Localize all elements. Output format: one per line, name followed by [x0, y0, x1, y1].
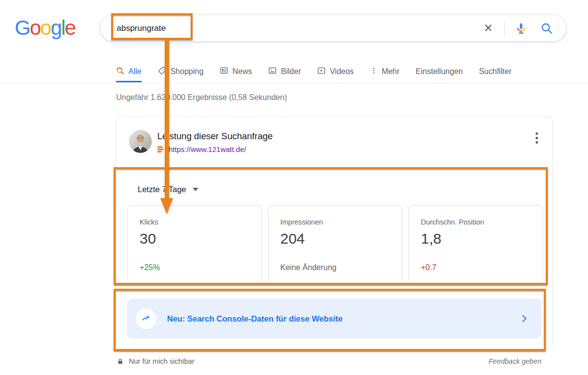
tab-news[interactable]: News: [220, 61, 252, 82]
news-icon: [220, 66, 228, 77]
search-console-banner[interactable]: Neu: Search Console-Daten für diese Webs…: [127, 299, 541, 339]
logo-letter: o: [40, 16, 50, 39]
feedback-link[interactable]: Feedback geben: [489, 357, 541, 365]
metric-delta: Keine Änderung: [280, 263, 337, 272]
colored-search-icon: [116, 67, 124, 77]
tabs-divider: [0, 83, 588, 83]
metric-delta: +0.7: [421, 263, 437, 272]
logo-letter: G: [15, 16, 30, 39]
metrics-row: Klicks 30 +25% Impressionen 204 Keine Än…: [127, 205, 543, 284]
banner-text: Neu: Search Console-Daten für diese Webs…: [167, 314, 343, 324]
tab-einstellungen[interactable]: Einstellungen: [416, 61, 463, 82]
site-url-link[interactable]: https://www.121watt.de/: [169, 145, 246, 153]
tab-label: Videos: [330, 67, 354, 76]
metric-label: Impressionen: [280, 218, 390, 226]
clear-icon[interactable]: ✕: [484, 23, 493, 34]
trending-up-icon: [141, 313, 151, 324]
search-bar-icons: ✕: [484, 22, 566, 35]
search-icon[interactable]: [540, 22, 553, 35]
metric-label: Durchschn. Position: [421, 218, 531, 226]
lock-icon: [117, 358, 124, 365]
metric-card-klicks: Klicks 30 +25%: [127, 205, 262, 284]
tab-label: Bilder: [281, 67, 301, 76]
logo-letter: o: [30, 16, 40, 39]
annotation-arrow-head-icon: [160, 198, 173, 214]
tab-bilder[interactable]: Bilder: [268, 61, 301, 82]
card-title: Leistung dieser Suchanfrage: [157, 131, 273, 142]
tab-label: Shopping: [171, 67, 204, 76]
banner-icon-circle: [136, 308, 156, 329]
logo-letter: l: [61, 16, 65, 39]
tab-label: Mehr: [382, 67, 399, 76]
tab-suchfilter[interactable]: Suchfilter: [479, 61, 512, 82]
chevron-right-icon: [519, 313, 530, 324]
google-serp-page: Google ✕: [0, 0, 588, 375]
mic-icon[interactable]: [515, 22, 527, 34]
tab-label: News: [232, 67, 252, 76]
tab-alle[interactable]: Alle: [116, 61, 142, 82]
search-input[interactable]: [117, 24, 391, 33]
metric-card-impressionen: Impressionen 204 Keine Änderung: [268, 205, 402, 284]
tab-label: Suchfilter: [479, 67, 512, 76]
search-tabs: Alle Shopping News: [116, 61, 528, 82]
google-logo[interactable]: Google: [15, 16, 75, 40]
more-options-icon[interactable]: [534, 131, 539, 145]
avatar: [129, 130, 152, 153]
metric-delta: +25%: [140, 263, 160, 272]
tab-label: Alle: [128, 67, 142, 76]
annotation-arrow-line: [165, 40, 169, 199]
search-bar: ✕: [100, 15, 566, 41]
url-row: https://www.121watt.de/: [157, 145, 246, 153]
chevron-down-icon: [193, 188, 198, 191]
logo-letter: g: [50, 16, 61, 39]
search-performance-card: Leistung dieser Suchanfrage https://www.…: [116, 116, 553, 349]
tab-videos[interactable]: Videos: [317, 61, 354, 82]
date-range-label: Letzte 7 Tage: [138, 185, 186, 194]
tab-label: Einstellungen: [416, 67, 463, 76]
site-favicon: [157, 146, 165, 153]
visibility-note: Nur für mich sichtbar: [117, 357, 195, 365]
image-icon: [268, 66, 277, 77]
logo-letter: e: [65, 16, 75, 39]
tab-mehr[interactable]: Mehr: [370, 61, 399, 82]
video-icon: [317, 66, 326, 77]
results-stats: Ungefähr 1.620.000 Ergebnisse (0,58 Seku…: [116, 93, 287, 102]
metric-value: 1,8: [421, 230, 531, 247]
visibility-note-text: Nur für mich sichtbar: [129, 357, 195, 365]
metric-label: Klicks: [140, 218, 249, 226]
metric-card-position: Durchschn. Position 1,8 +0.7: [409, 205, 543, 284]
more-vertical-icon: [370, 67, 378, 76]
metric-value: 30: [140, 230, 249, 247]
metric-value: 204: [280, 230, 390, 247]
search-bar-divider: [504, 22, 505, 35]
